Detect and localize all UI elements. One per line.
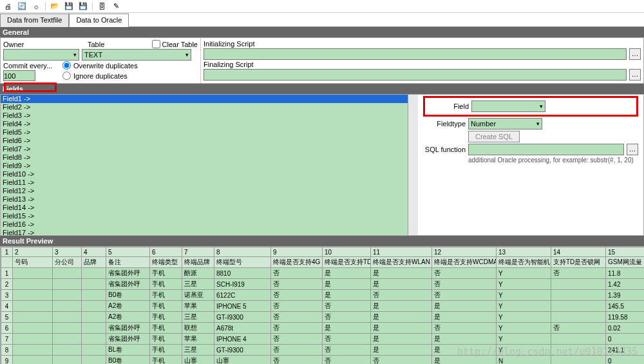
cell[interactable]: 8	[1, 345, 13, 356]
cell[interactable]: BL卷	[106, 345, 150, 356]
cell[interactable]: 手机	[150, 268, 182, 279]
cell[interactable]: 山寨	[182, 356, 214, 365]
cell[interactable]: 省集团外呼	[106, 323, 150, 334]
fin-script-input[interactable]	[204, 69, 627, 81]
cell[interactable]	[82, 268, 106, 279]
cell[interactable]: 是	[323, 323, 371, 334]
col-index[interactable]: 11	[371, 247, 432, 257]
cell[interactable]: 7	[1, 334, 13, 345]
cell[interactable]: 否	[371, 356, 432, 365]
cell[interactable]	[13, 312, 53, 323]
cell[interactable]: 0.02	[606, 323, 645, 334]
cell[interactable]: 否	[323, 301, 371, 312]
col-header[interactable]	[1, 257, 13, 268]
cell[interactable]: 否	[271, 290, 323, 301]
cell[interactable]: 否	[271, 356, 323, 365]
cell[interactable]: 否	[271, 279, 323, 290]
cell[interactable]	[551, 290, 606, 301]
col-header[interactable]: 分公司	[53, 257, 82, 268]
cell[interactable]	[82, 279, 106, 290]
field-item[interactable]: Field16 ->	[1, 220, 408, 229]
cell[interactable]: B0卷	[106, 290, 150, 301]
cell[interactable]: 酷派	[182, 268, 214, 279]
field-item[interactable]: Field13 ->	[1, 195, 408, 204]
cell[interactable]	[13, 279, 53, 290]
cell[interactable]: 是	[371, 334, 432, 345]
col-index[interactable]: 9	[271, 247, 323, 257]
col-index[interactable]: 5	[106, 247, 150, 257]
fields-list[interactable]: Field1 ->Field2 ->Field3 ->Field4 ->Fiel…	[1, 95, 408, 235]
field-item[interactable]: Field14 ->	[1, 204, 408, 212]
cell[interactable]	[53, 356, 82, 365]
cell[interactable]	[13, 356, 53, 365]
col-header[interactable]: 支持TD是否锁网	[551, 257, 606, 268]
cell[interactable]: 是	[371, 301, 432, 312]
tab-oracle[interactable]: Data to Oracle	[69, 14, 129, 27]
save-icon[interactable]: 💾	[64, 1, 74, 12]
cell[interactable]: 6	[1, 323, 13, 334]
ignore-radio[interactable]: Ignore duplicates	[62, 72, 128, 80]
overwrite-radio[interactable]: Overwrite duplicates	[62, 61, 138, 70]
cell[interactable]: 手机	[150, 323, 182, 334]
cell[interactable]: 145.5	[606, 301, 645, 312]
col-index[interactable]: 3	[53, 247, 82, 257]
cell[interactable]: 是	[432, 312, 497, 323]
cell[interactable]: IPHONE 5	[214, 301, 271, 312]
open-icon[interactable]: 📂	[50, 1, 60, 12]
cell[interactable]	[53, 334, 82, 345]
cell[interactable]: 1	[1, 268, 13, 279]
cell[interactable]	[82, 356, 106, 365]
refresh-icon[interactable]: 🔄	[17, 1, 27, 12]
cell[interactable]: 是	[371, 323, 432, 334]
col-header[interactable]: 备注	[106, 257, 150, 268]
cell[interactable]: 是	[432, 334, 497, 345]
cell[interactable]: 8810	[214, 268, 271, 279]
cell[interactable]: 手机	[150, 301, 182, 312]
col-index[interactable]: 2	[13, 247, 53, 257]
cell[interactable]: 手机	[150, 345, 182, 356]
owner-combo[interactable]	[3, 49, 79, 61]
cell[interactable]: 手机	[150, 334, 182, 345]
cell[interactable]	[13, 323, 53, 334]
col-index[interactable]: 13	[497, 247, 551, 257]
cell[interactable]	[53, 279, 82, 290]
cell[interactable]: 1.42	[606, 279, 645, 290]
cell[interactable]: Y	[497, 290, 551, 301]
field-item[interactable]: Field15 ->	[1, 212, 408, 220]
cell[interactable]: 苹果	[182, 301, 214, 312]
cell[interactable]: 联想	[182, 323, 214, 334]
init-script-browse[interactable]: …	[629, 48, 641, 60]
cell[interactable]: 否	[271, 268, 323, 279]
cell[interactable]: 否	[323, 312, 371, 323]
cell[interactable]: A2卷	[106, 301, 150, 312]
wand-icon[interactable]: ✎	[111, 1, 121, 12]
col-header[interactable]: 终端是否为智能机	[497, 257, 551, 268]
cell[interactable]	[82, 345, 106, 356]
col-header[interactable]: 终端是否支持WCDMA	[432, 257, 497, 268]
field-item[interactable]: Field1 ->	[1, 95, 408, 103]
cell[interactable]: 三星	[182, 312, 214, 323]
cell[interactable]: 2	[1, 279, 13, 290]
col-header[interactable]: 终端是否支持TD	[323, 257, 371, 268]
cell[interactable]	[551, 301, 606, 312]
cell[interactable]: 手机	[150, 312, 182, 323]
field-item[interactable]: Field17 ->	[1, 229, 408, 235]
cell[interactable]: 山寨	[214, 356, 271, 365]
cell[interactable]: 否	[432, 268, 497, 279]
cell[interactable]	[82, 323, 106, 334]
cell[interactable]: B0卷	[106, 356, 150, 365]
cell[interactable]: A678t	[214, 323, 271, 334]
cell[interactable]: 诺基亚	[182, 290, 214, 301]
field-item[interactable]: Field8 ->	[1, 153, 408, 162]
cell[interactable]: 11.8	[606, 268, 645, 279]
field-combo[interactable]	[471, 101, 545, 112]
fin-script-browse[interactable]: …	[629, 69, 641, 81]
field-item[interactable]: Field3 ->	[1, 111, 408, 120]
col-header[interactable]: 终端型号	[214, 257, 271, 268]
cell[interactable]	[13, 334, 53, 345]
commit-input[interactable]	[3, 70, 35, 81]
sun-icon[interactable]: ☼	[31, 1, 41, 12]
col-header[interactable]: 终端品牌	[182, 257, 214, 268]
cell[interactable]	[53, 301, 82, 312]
cell[interactable]: Y	[497, 334, 551, 345]
